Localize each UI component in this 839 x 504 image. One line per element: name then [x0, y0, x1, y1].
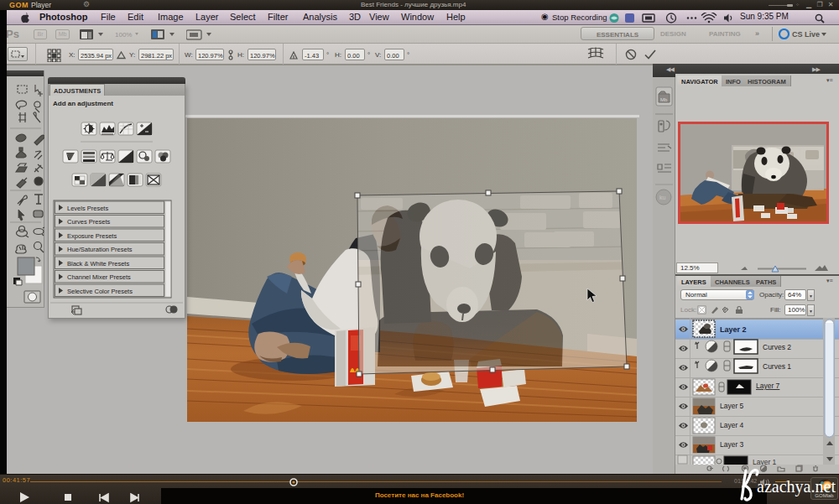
- svg-text:Black & White Presets: Black & White Presets: [67, 260, 129, 268]
- svg-text:Curves 2: Curves 2: [763, 343, 791, 351]
- svg-text:azachya.net: azachya.net: [757, 475, 836, 496]
- svg-text:Layer 5: Layer 5: [720, 402, 744, 410]
- svg-text:Exposure Presets: Exposure Presets: [67, 232, 117, 240]
- svg-text:Layer 3: Layer 3: [720, 440, 744, 449]
- svg-text:Layer 7: Layer 7: [756, 382, 780, 390]
- svg-text:Curves Presets: Curves Presets: [67, 218, 111, 226]
- svg-text:Layer 2: Layer 2: [720, 325, 747, 334]
- svg-text:ku: ku: [659, 195, 666, 200]
- svg-text:Mb: Mb: [660, 97, 668, 102]
- svg-text:Selective Color Presets: Selective Color Presets: [67, 288, 133, 295]
- svg-text:Hue/Saturation Presets: Hue/Saturation Presets: [67, 246, 133, 253]
- svg-text:Layer 4: Layer 4: [720, 421, 744, 429]
- svg-text:Channel Mixer Presets: Channel Mixer Presets: [67, 273, 131, 281]
- svg-text:Levels Presets: Levels Presets: [67, 205, 108, 212]
- svg-text:Curves 1: Curves 1: [763, 362, 791, 371]
